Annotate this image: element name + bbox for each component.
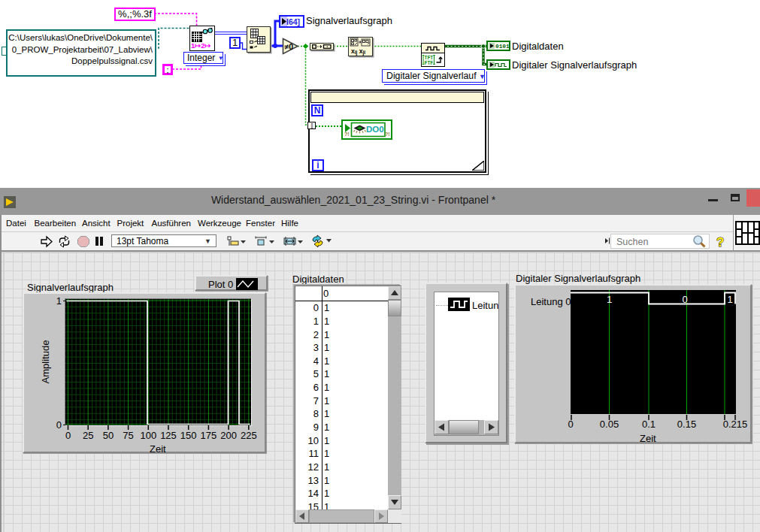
svg-text:DO0: DO0 (366, 125, 384, 134)
svg-text:?!: ?! (344, 131, 350, 137)
svg-text:1: 1 (727, 294, 732, 305)
svg-text:1↦2↦: 1↦2↦ (191, 41, 211, 50)
svg-text:?!: ?! (385, 131, 390, 137)
svg-text:I64]: I64] (286, 17, 300, 26)
svg-text:0: 0 (682, 294, 687, 305)
svg-text:?: ? (716, 235, 724, 249)
svg-text:FTF: FTF (425, 61, 434, 66)
svg-text:0101: 0101 (495, 44, 509, 50)
svg-text:xij xji: xij xji (351, 47, 365, 56)
svg-text:TFT: TFT (425, 56, 434, 61)
svg-text:≠0: ≠0 (285, 42, 294, 51)
svg-text:1: 1 (607, 294, 612, 305)
